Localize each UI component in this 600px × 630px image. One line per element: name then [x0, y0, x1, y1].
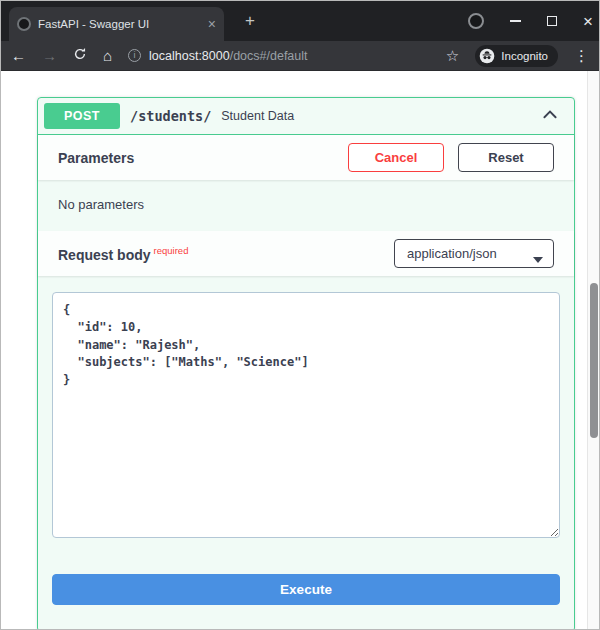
- incognito-badge: Incognito: [475, 45, 558, 67]
- required-label: required: [154, 245, 189, 256]
- maximize-button[interactable]: [547, 16, 557, 26]
- media-type-value: application/json: [407, 246, 497, 261]
- new-tab-button[interactable]: +: [239, 10, 261, 32]
- request-body-title: Request body: [58, 246, 151, 262]
- chevron-down-icon: [533, 251, 543, 266]
- forward-icon[interactable]: →: [42, 48, 57, 64]
- page-info-icon[interactable]: i: [128, 49, 141, 62]
- url-text[interactable]: localhost:8000/docs#/default: [149, 49, 307, 63]
- request-body-editor-wrapper: { "id": 10, "name": "Rajesh", "subjects"…: [38, 276, 574, 542]
- incognito-spy-icon: [479, 48, 495, 64]
- tab-close-icon[interactable]: ×: [208, 17, 216, 31]
- browser-toolbar: ← → ⌂ i localhost:8000/docs#/default ☆: [1, 41, 599, 71]
- close-window-button[interactable]: ×: [583, 13, 593, 30]
- swagger-page: POST /students/ Student Data Parameters …: [1, 71, 599, 630]
- page-scrollbar[interactable]: [587, 71, 599, 630]
- opblock-post-students: POST /students/ Student Data Parameters …: [37, 97, 575, 630]
- request-body-heading: Request bodyrequired: [58, 245, 188, 263]
- browser-titlebar: FastAPI - Swagger UI × + ×: [1, 1, 599, 41]
- home-icon[interactable]: ⌂: [103, 48, 112, 64]
- no-parameters-text: No parameters: [38, 180, 574, 231]
- parameters-heading: Parameters: [58, 150, 134, 166]
- execute-button[interactable]: Execute: [52, 574, 560, 605]
- request-body-header: Request bodyrequired application/json: [38, 231, 574, 276]
- browser-tab[interactable]: FastAPI - Swagger UI ×: [9, 7, 224, 41]
- endpoint-summary: Student Data: [221, 109, 526, 123]
- method-badge: POST: [44, 103, 120, 129]
- tab-title: FastAPI - Swagger UI: [38, 18, 201, 30]
- media-type-select[interactable]: application/json: [394, 239, 554, 268]
- request-body-textarea[interactable]: { "id": 10, "name": "Rajesh", "subjects"…: [52, 292, 560, 538]
- incognito-label: Incognito: [501, 50, 548, 62]
- browser-window: FastAPI - Swagger UI × + × ← → ⌂ i local…: [0, 0, 600, 630]
- scrollbar-thumb[interactable]: [590, 283, 598, 438]
- collapse-chevron-icon[interactable]: [536, 105, 564, 127]
- url-host: localhost:8000: [149, 49, 230, 63]
- url-path: /docs#/default: [230, 49, 308, 63]
- minimize-button[interactable]: [510, 20, 521, 22]
- bookmark-star-icon[interactable]: ☆: [446, 47, 459, 65]
- parameters-header: Parameters Cancel Reset: [38, 135, 574, 180]
- address-bar[interactable]: i localhost:8000/docs#/default: [128, 49, 430, 63]
- back-icon[interactable]: ←: [11, 48, 26, 64]
- cancel-button[interactable]: Cancel: [348, 143, 444, 172]
- execute-wrapper: Execute: [38, 542, 574, 630]
- reset-button[interactable]: Reset: [458, 143, 554, 172]
- favicon-icon: [17, 17, 31, 31]
- refresh-icon[interactable]: [73, 47, 87, 64]
- profile-circle-icon[interactable]: [468, 13, 484, 29]
- endpoint-path: /students/: [130, 108, 211, 124]
- opblock-summary[interactable]: POST /students/ Student Data: [38, 98, 574, 135]
- browser-menu-icon[interactable]: ⋮: [574, 47, 589, 65]
